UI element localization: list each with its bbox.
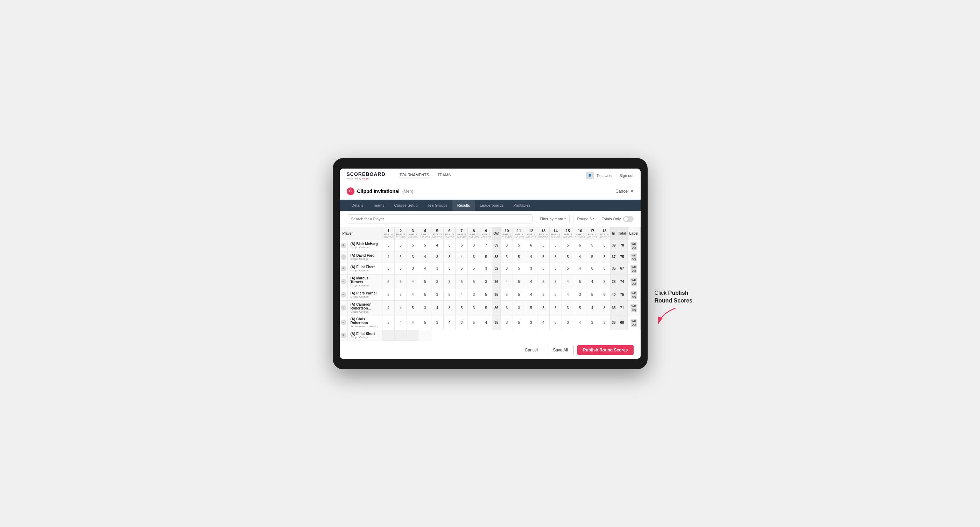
hole-12-score[interactable]: 4 (525, 251, 538, 263)
hole-14-score[interactable]: 5 (549, 289, 562, 300)
hole-6-score[interactable]: 4 (443, 315, 455, 330)
hole-18-score[interactable]: 3 (598, 274, 611, 289)
hole-10-score[interactable]: 3 (501, 315, 513, 330)
wd-badge[interactable]: WD (630, 254, 637, 257)
tournament-cancel-button[interactable]: Cancel ✕ (616, 189, 633, 194)
hole-6-score[interactable]: 5 (443, 289, 455, 300)
hole-12-score[interactable]: 5 (525, 300, 538, 315)
hole-8-score[interactable]: 3 (468, 240, 480, 251)
hole-14-score[interactable]: 3 (549, 240, 562, 251)
hole-8-score[interactable]: 5 (468, 315, 480, 330)
hole-6-score[interactable]: 3 (443, 300, 455, 315)
wd-badge[interactable]: WD (630, 291, 637, 295)
hole-6-score[interactable]: 3 (443, 240, 455, 251)
hole-14-score[interactable]: 3 (549, 274, 562, 289)
hole-4-score[interactable]: 4 (419, 263, 431, 274)
tab-leaderboards[interactable]: Leaderboards (475, 200, 508, 211)
hole-7-score[interactable]: 5 (455, 263, 468, 274)
hole-18-score[interactable]: 3 (598, 251, 611, 263)
hole-9-score[interactable]: 3 (480, 274, 492, 289)
hole-2-score[interactable]: 4 (395, 315, 407, 330)
hole-9-score[interactable]: 7 (480, 240, 492, 251)
hole-4-score[interactable]: 5 (419, 315, 431, 330)
hole-8-score[interactable]: 6 (468, 251, 480, 263)
hole-12-score[interactable]: 3 (525, 315, 538, 330)
hole-13-score[interactable]: 5 (538, 251, 550, 263)
hole-7-score[interactable]: 6 (455, 240, 468, 251)
hole-14-score[interactable]: 5 (549, 315, 562, 330)
hole-12-score[interactable]: 4 (525, 274, 538, 289)
hole-18-score[interactable]: 5 (598, 263, 611, 274)
save-all-button[interactable]: Save All (547, 345, 574, 355)
hole-1-score[interactable]: 4 (382, 300, 395, 315)
hole-6-score[interactable]: 3 (443, 263, 455, 274)
hole-5-score[interactable]: 4 (431, 240, 443, 251)
hole-8-score[interactable]: 3 (468, 300, 480, 315)
hole-14-score[interactable]: 3 (549, 300, 562, 315)
dq-badge[interactable]: DQ (631, 323, 637, 327)
hole-8-score[interactable]: 5 (468, 263, 480, 274)
hole-11-score[interactable]: 5 (513, 315, 525, 330)
dq-badge[interactable]: DQ (631, 257, 637, 261)
hole-16-score[interactable]: 4 (574, 263, 586, 274)
hole-9-score[interactable]: 5 (480, 300, 492, 315)
hole-3-score[interactable]: 4 (407, 315, 419, 330)
wd-badge[interactable]: WD (630, 265, 637, 269)
hole-16-score[interactable]: 4 (574, 315, 586, 330)
hole-6-score[interactable]: 3 (443, 251, 455, 263)
hole-3-score[interactable]: 4 (407, 289, 419, 300)
hole-5-score[interactable]: 3 (431, 263, 443, 274)
hole-14-score[interactable]: 3 (549, 251, 562, 263)
hole-7-score[interactable]: 4 (455, 251, 468, 263)
hole-3-score[interactable]: 3 (407, 263, 419, 274)
hole-2-score[interactable]: 3 (395, 289, 407, 300)
hole-5-score[interactable]: 3 (431, 251, 443, 263)
hole-1-score[interactable]: 3 (382, 240, 395, 251)
hole-3-score[interactable]: 5 (407, 240, 419, 251)
hole-9-score[interactable]: 5 (480, 289, 492, 300)
hole-3-score[interactable]: 5 (407, 300, 419, 315)
hole-16-score[interactable]: 3 (574, 289, 586, 300)
dq-badge[interactable]: DQ (631, 295, 637, 299)
hole-5-score[interactable]: 4 (431, 300, 443, 315)
hole-15-score[interactable]: 3 (562, 300, 574, 315)
hole-16-score[interactable]: 6 (574, 240, 586, 251)
hole-18-score[interactable]: 6 (598, 289, 611, 300)
hole-7-score[interactable]: 3 (455, 315, 468, 330)
sign-out-link[interactable]: Sign out (619, 173, 633, 178)
hole-2-score[interactable]: 6 (395, 251, 407, 263)
hole-11-score[interactable]: 5 (513, 289, 525, 300)
wd-badge[interactable]: WD (630, 319, 637, 323)
hole-13-score[interactable]: 5 (538, 263, 550, 274)
dq-badge[interactable]: DQ (631, 269, 637, 273)
hole-15-score[interactable]: 5 (562, 251, 574, 263)
hole-11-score[interactable]: 5 (513, 263, 525, 274)
tab-printables[interactable]: Printables (508, 200, 535, 211)
round-select[interactable]: Round 3 ▾ (573, 215, 598, 223)
hole-11-score[interactable]: 5 (513, 251, 525, 263)
hole-9-score[interactable]: 5 (480, 251, 492, 263)
hole-13-score[interactable]: 3 (538, 300, 550, 315)
hole-2-score[interactable]: 4 (395, 300, 407, 315)
wd-badge[interactable]: WD (630, 278, 637, 282)
dq-badge[interactable]: DQ (631, 308, 637, 312)
hole-7-score[interactable]: 5 (455, 300, 468, 315)
hole-17-score[interactable]: 3 (586, 315, 598, 330)
search-input[interactable] (347, 214, 533, 224)
hole-8-score[interactable]: 3 (468, 289, 480, 300)
hole-15-score[interactable]: 5 (562, 263, 574, 274)
hole-2-score[interactable]: 3 (395, 240, 407, 251)
hole-13-score[interactable]: 5 (538, 274, 550, 289)
hole-4-score[interactable]: 3 (419, 300, 431, 315)
hole-5-score[interactable]: 3 (431, 315, 443, 330)
hole-1-score[interactable]: 3 (382, 315, 395, 330)
hole-11-score[interactable]: 3 (513, 300, 525, 315)
hole-16-score[interactable]: 5 (574, 300, 586, 315)
hole-4-score[interactable]: 5 (419, 240, 431, 251)
hole-14-score[interactable]: 3 (549, 263, 562, 274)
tab-tee-groups[interactable]: Tee Groups (423, 200, 452, 211)
hole-13-score[interactable]: 5 (538, 240, 550, 251)
hole-10-score[interactable]: 3 (501, 263, 513, 274)
hole-18-score[interactable]: 3 (598, 300, 611, 315)
hole-15-score[interactable]: 3 (562, 315, 574, 330)
